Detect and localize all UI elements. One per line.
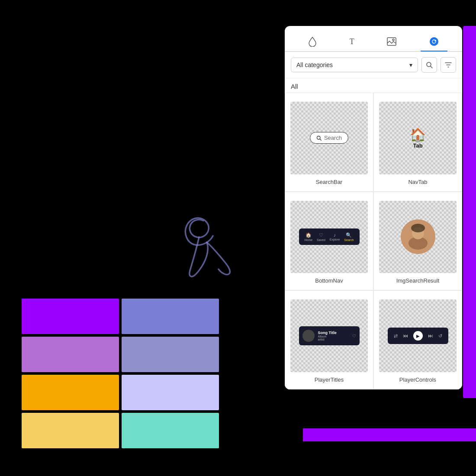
chevron-down-icon: ▾: [409, 61, 412, 68]
player-text-block: Song Title Album artist: [318, 331, 349, 341]
album-thumb: [302, 330, 315, 342]
bottomnav-preview: 🏠 Home ♡ Saved ♪ Explore 🔍 Search: [290, 201, 368, 273]
purple-bar-bottom: [303, 428, 476, 441]
swatch-purple-light[interactable]: [22, 337, 119, 372]
filter-row: All categories ▾: [285, 52, 462, 78]
imgsearchresult-preview: [379, 201, 457, 273]
repeat-icon: ↺: [438, 333, 442, 339]
prev-icon: ⏮: [403, 333, 408, 339]
panel-toolbar: T: [285, 26, 462, 52]
home-icon: 🏠: [410, 127, 426, 142]
components-grid: Search SearchBar 🏠 Tab NavTab 🏠 Hom: [285, 93, 462, 389]
next-icon: ⏭: [428, 333, 433, 339]
playercontrols-preview: ⇄ ⏮ ▶ ⏭ ↺: [379, 299, 457, 372]
tab-label: Tab: [413, 142, 422, 149]
handwriting-annotation: [143, 203, 264, 281]
swatch-yellow-light[interactable]: [22, 413, 119, 448]
player-song-title: Song Title: [318, 331, 349, 335]
refresh-tool-icon[interactable]: [421, 32, 447, 51]
main-panel: T All categories ▾: [285, 26, 462, 389]
heart-icon: ♡: [352, 334, 356, 338]
image-tool-icon[interactable]: [378, 33, 405, 50]
drop-tool-icon[interactable]: [299, 32, 325, 51]
searchbar-placeholder: Search: [324, 135, 342, 141]
menu-filter-button[interactable]: [441, 57, 456, 73]
bottomnav-item-home: 🏠 Home: [304, 232, 312, 241]
playertitles-preview: Song Title Album artist ♡: [290, 299, 368, 372]
shuffle-icon: ⇄: [394, 333, 398, 339]
player-album: Album: [318, 335, 349, 338]
svg-point-1: [392, 39, 394, 41]
playertitles-label: PlayerTitles: [315, 376, 344, 383]
bottomnav-item-explore: ♪ Explore: [330, 232, 340, 241]
playercontrols-label: PlayerControls: [399, 376, 436, 383]
svg-point-2: [430, 37, 438, 46]
swatch-yellow-orange[interactable]: [22, 375, 119, 410]
swatch-blue-mid[interactable]: [122, 299, 219, 334]
category-label: All categories: [296, 61, 333, 68]
swatch-blue-light-mid[interactable]: [122, 337, 219, 372]
swatch-teal[interactable]: [122, 413, 219, 448]
bottomnav-label: BottomNav: [315, 277, 343, 284]
navtab-label: NavTab: [408, 179, 427, 185]
text-tool-icon[interactable]: T: [341, 33, 363, 51]
searchbar-preview: Search: [290, 102, 368, 174]
swatch-lavender[interactable]: [122, 375, 219, 410]
swatch-purple-primary[interactable]: [22, 299, 119, 334]
component-cell-searchbar[interactable]: Search SearchBar: [285, 93, 373, 192]
category-select[interactable]: All categories ▾: [291, 58, 418, 72]
component-cell-playertitles[interactable]: Song Title Album artist ♡ PlayerTitles: [285, 290, 373, 389]
bottomnav-item-saved: ♡ Saved: [317, 232, 325, 241]
color-palette: [22, 299, 219, 448]
component-cell-playercontrols[interactable]: ⇄ ⏮ ▶ ⏭ ↺ PlayerControls: [373, 290, 462, 389]
section-all-label: All: [285, 78, 462, 93]
svg-point-8: [411, 224, 425, 232]
search-filter-button[interactable]: [421, 57, 437, 73]
purple-bar-right: [463, 26, 476, 398]
navtab-preview: 🏠 Tab: [379, 102, 457, 174]
component-cell-imgsearchresult[interactable]: ImgSearchResult: [373, 192, 462, 291]
component-cell-bottomnav[interactable]: 🏠 Home ♡ Saved ♪ Explore 🔍 Search: [285, 192, 373, 291]
bottomnav-item-search: 🔍 Search: [344, 232, 354, 241]
play-icon: ▶: [413, 331, 423, 341]
player-artist: artist: [318, 338, 349, 341]
imgsearchresult-label: ImgSearchResult: [396, 277, 440, 284]
component-cell-navtab[interactable]: 🏠 Tab NavTab: [373, 93, 462, 192]
searchbar-label: SearchBar: [316, 179, 342, 185]
